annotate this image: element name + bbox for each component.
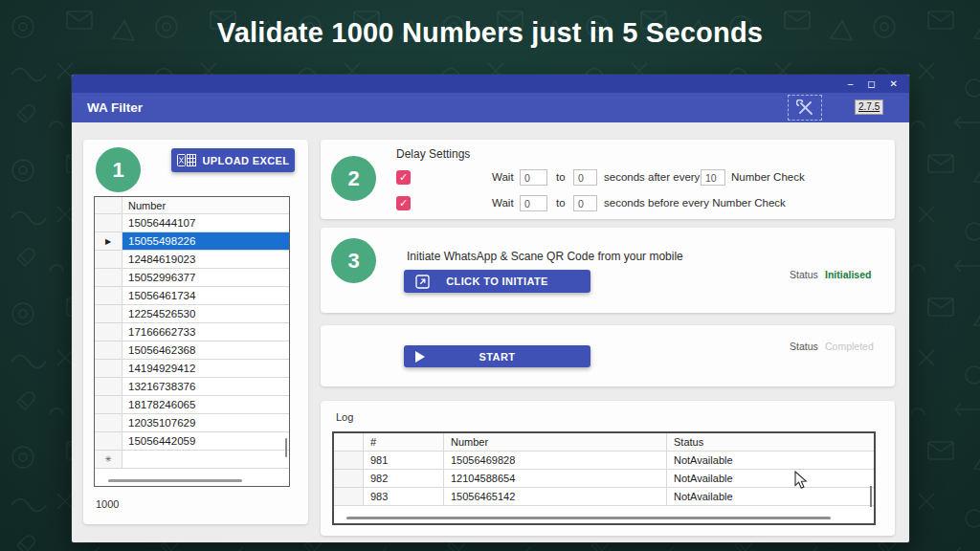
log-cell-number: 15056465142 — [444, 488, 667, 505]
window-control-strip: – ◻ ✕ — [72, 75, 909, 93]
grid-row[interactable]: 15056462368 — [95, 342, 289, 360]
maximize-icon[interactable]: ◻ — [867, 79, 875, 89]
initiate-status-value: Initialised — [825, 269, 871, 280]
grid-row[interactable]: 12035107629 — [95, 414, 289, 432]
wait-label: Wait — [492, 169, 514, 186]
step2-card: 2 Delay Settings ✓ Wait to seconds after… — [321, 140, 895, 219]
launch-icon — [415, 275, 430, 289]
number-check-label: Number Check — [731, 169, 805, 186]
log-vertical-scrollbar[interactable] — [870, 486, 872, 507]
grid-cell[interactable]: 17166662733 — [122, 323, 289, 341]
log-row[interactable]: 981 15056469828 NotAvailable — [334, 452, 874, 470]
log-col-number: Number — [444, 433, 667, 451]
click-to-initiate-button[interactable]: CLICK TO INITIATE — [404, 270, 590, 293]
excel-file-icon — [177, 154, 196, 166]
close-icon[interactable]: ✕ — [890, 79, 898, 89]
row-selector-icon: ▶ — [105, 237, 111, 246]
log-col-status: Status — [667, 433, 874, 451]
step1-badge: 1 — [96, 147, 141, 192]
grid-cell[interactable]: 14194929412 — [122, 360, 289, 377]
play-icon — [415, 351, 425, 363]
grid-cell[interactable]: 15052996377 — [122, 269, 289, 286]
wait-after-to-input[interactable] — [573, 169, 597, 186]
grid-row[interactable]: 18178246065 — [95, 396, 289, 414]
titlebar: WA Filter 2.7.5 — [72, 93, 909, 122]
seconds-before-label: seconds before every Number Check — [604, 195, 786, 211]
delay-before-row: ✓ Wait to seconds before every Number Ch… — [396, 195, 884, 212]
log-horizontal-scrollbar[interactable] — [346, 517, 831, 519]
log-col-index: # — [364, 433, 444, 451]
log-cell-status: NotAvailable — [667, 488, 874, 505]
grid-cell[interactable]: 12484619023 — [122, 251, 289, 268]
grid-cell[interactable]: 15056461734 — [122, 287, 289, 304]
grid-row[interactable]: 14194929412 — [95, 360, 289, 378]
start-status-value: Completed — [825, 341, 874, 352]
step3-badge: 3 — [331, 238, 376, 283]
grid-header-number: Number — [122, 197, 289, 213]
grid-cell[interactable]: 12035107629 — [122, 414, 289, 431]
wait-label: Wait — [492, 195, 514, 211]
start-card: START Status Completed — [321, 325, 895, 386]
grid-row[interactable]: 15056461734 — [95, 287, 289, 305]
numbers-grid[interactable]: Number 15056444107 ▶15055498226 12484619… — [94, 196, 290, 487]
wait-after-from-input[interactable] — [520, 169, 547, 186]
grid-cell[interactable]: 15056462368 — [122, 342, 289, 359]
total-count-label: 1000 — [96, 498, 119, 510]
click-to-initiate-label: CLICK TO INITIATE — [446, 276, 548, 287]
delay-after-row: ✓ Wait to seconds after every Number Che… — [396, 169, 884, 187]
grid-row[interactable]: 12484619023 — [95, 251, 289, 269]
grid-vertical-scrollbar[interactable] — [285, 438, 287, 457]
seconds-after-label: seconds after every — [604, 169, 700, 186]
grid-cell[interactable]: 18178246065 — [122, 396, 289, 413]
upload-excel-button[interactable]: UPLOAD EXCEL — [171, 148, 295, 172]
grid-cell[interactable]: 15055498226 — [122, 232, 289, 250]
grid-row[interactable]: 17166662733 — [95, 323, 289, 342]
log-cell-number: 12104588654 — [444, 470, 667, 487]
mouse-cursor — [794, 471, 808, 491]
step3-card: 3 Initiate WhatsApp & Scane QR Code from… — [321, 228, 895, 313]
grid-row[interactable]: 12254526530 — [95, 305, 289, 323]
status-label: Status — [790, 341, 818, 352]
initiate-instruction: Initiate WhatsApp & Scane QR Code from y… — [407, 250, 683, 263]
version-badge[interactable]: 2.7.5 — [855, 99, 883, 115]
wait-before-checkbox[interactable]: ✓ — [396, 196, 411, 210]
wait-after-checkbox[interactable]: ✓ — [396, 170, 411, 185]
log-row[interactable]: 982 12104588654 NotAvailable — [334, 470, 874, 488]
numbers-grid-header-row: Number — [95, 197, 289, 214]
log-cell-status: NotAvailable — [667, 470, 874, 487]
wait-before-from-input[interactable] — [520, 195, 547, 211]
every-count-input[interactable] — [701, 169, 725, 186]
grid-row[interactable]: 13216738376 — [95, 378, 289, 396]
minimize-icon[interactable]: – — [848, 79, 854, 89]
grid-row[interactable]: 15056442059 — [95, 432, 289, 451]
grid-row[interactable]: 15056444107 — [95, 214, 289, 232]
grid-row-selected[interactable]: ▶15055498226 — [95, 232, 289, 251]
log-cell-index: 981 — [364, 452, 444, 469]
grid-horizontal-scrollbar[interactable] — [108, 479, 242, 482]
log-cell-number: 15056469828 — [444, 452, 667, 469]
grid-cell[interactable]: 15056442059 — [122, 432, 289, 450]
grid-new-row[interactable]: ✳ — [95, 451, 289, 469]
log-header-row: # Number Status — [334, 433, 874, 452]
grid-corner-cell — [95, 197, 122, 213]
grid-row[interactable]: 15052996377 — [95, 269, 289, 287]
log-cell-index: 982 — [364, 470, 444, 487]
upload-excel-label: UPLOAD EXCEL — [203, 155, 290, 166]
grid-cell[interactable]: 12254526530 — [122, 305, 289, 322]
new-row-icon: ✳ — [104, 454, 112, 464]
step2-badge: 2 — [331, 156, 376, 201]
wait-before-to-input[interactable] — [573, 195, 597, 211]
log-corner-cell — [334, 433, 364, 451]
to-label: to — [556, 169, 566, 186]
log-cell-index: 983 — [364, 488, 444, 505]
log-row[interactable]: 983 15056465142 NotAvailable — [334, 488, 874, 506]
start-label: START — [479, 351, 516, 363]
log-card: Log # Number Status 981 15056469828 NotA… — [321, 401, 895, 536]
page-title: Validate 1000 Numbers just in 5 Seconds — [0, 17, 980, 49]
start-button[interactable]: START — [404, 345, 590, 367]
wa-filter-window: – ◻ ✕ WA Filter 2.7.5 1 — [72, 75, 909, 542]
grid-cell[interactable]: 13216738376 — [122, 378, 289, 395]
step1-card: 1 UPLOAD EXCEL Number 15056444107 ▶15055… — [83, 140, 308, 524]
settings-tools-button[interactable] — [788, 95, 822, 121]
grid-cell[interactable]: 15056444107 — [122, 214, 289, 231]
